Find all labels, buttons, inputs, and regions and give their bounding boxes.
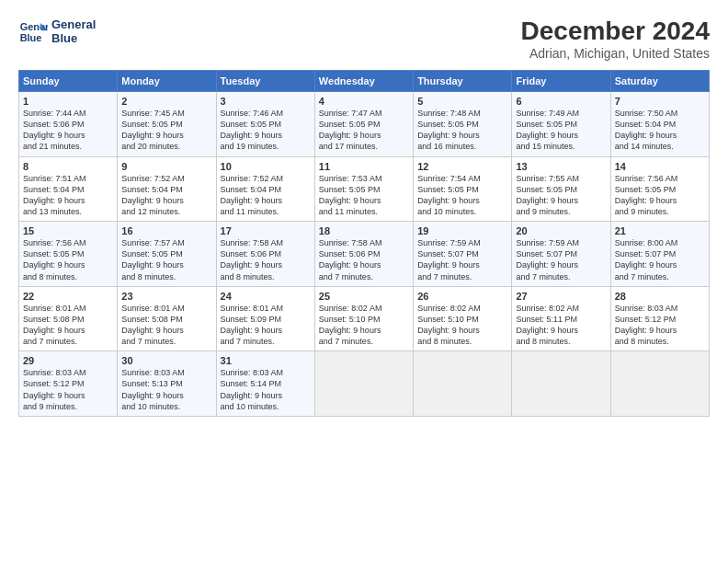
day-info: Sunrise: 7:44 AM Sunset: 5:06 PM Dayligh… [23, 108, 113, 153]
day-cell: 9Sunrise: 7:52 AM Sunset: 5:04 PM Daylig… [118, 156, 216, 222]
svg-text:Blue: Blue [20, 32, 42, 43]
week-row-2: 8Sunrise: 7:51 AM Sunset: 5:04 PM Daylig… [19, 156, 710, 222]
day-cell: 23Sunrise: 8:01 AM Sunset: 5:08 PM Dayli… [118, 286, 216, 351]
day-number: 14 [615, 161, 705, 172]
week-row-1: 1Sunrise: 7:44 AM Sunset: 5:06 PM Daylig… [19, 92, 710, 157]
day-number: 1 [23, 96, 113, 107]
logo-line1: General [51, 17, 96, 31]
day-cell: 17Sunrise: 7:58 AM Sunset: 5:06 PM Dayli… [216, 222, 314, 287]
day-info: Sunrise: 7:57 AM Sunset: 5:05 PM Dayligh… [121, 237, 211, 282]
subtitle: Adrian, Michigan, United States [521, 46, 710, 61]
day-info: Sunrise: 7:51 AM Sunset: 5:04 PM Dayligh… [23, 173, 113, 218]
day-cell: 2Sunrise: 7:45 AM Sunset: 5:05 PM Daylig… [118, 92, 216, 157]
day-info: Sunrise: 8:01 AM Sunset: 5:08 PM Dayligh… [121, 303, 211, 348]
calendar-table: SundayMondayTuesdayWednesdayThursdayFrid… [18, 70, 710, 417]
day-info: Sunrise: 7:56 AM Sunset: 5:05 PM Dayligh… [615, 173, 705, 218]
day-cell [414, 351, 512, 417]
day-cell: 4Sunrise: 7:47 AM Sunset: 5:05 PM Daylig… [314, 92, 413, 157]
day-cell: 31Sunrise: 8:03 AM Sunset: 5:14 PM Dayli… [216, 351, 314, 417]
day-number: 23 [121, 291, 211, 302]
day-number: 27 [516, 291, 606, 302]
day-info: Sunrise: 8:00 AM Sunset: 5:07 PM Dayligh… [615, 237, 705, 282]
day-number: 31 [221, 355, 311, 366]
day-number: 28 [615, 291, 705, 302]
day-number: 17 [221, 225, 311, 236]
week-row-5: 29Sunrise: 8:03 AM Sunset: 5:12 PM Dayli… [19, 351, 710, 417]
day-cell: 19Sunrise: 7:59 AM Sunset: 5:07 PM Dayli… [414, 222, 512, 287]
day-info: Sunrise: 7:50 AM Sunset: 5:04 PM Dayligh… [615, 108, 705, 153]
day-cell: 18Sunrise: 7:58 AM Sunset: 5:06 PM Dayli… [314, 222, 413, 287]
day-info: Sunrise: 7:49 AM Sunset: 5:05 PM Dayligh… [516, 108, 606, 153]
day-cell: 16Sunrise: 7:57 AM Sunset: 5:05 PM Dayli… [118, 222, 216, 287]
day-number: 3 [221, 96, 311, 107]
day-info: Sunrise: 7:59 AM Sunset: 5:07 PM Dayligh… [417, 237, 507, 282]
day-info: Sunrise: 8:03 AM Sunset: 5:13 PM Dayligh… [121, 367, 211, 412]
day-number: 24 [221, 291, 311, 302]
day-number: 11 [319, 161, 409, 172]
day-number: 20 [516, 225, 606, 236]
day-info: Sunrise: 8:03 AM Sunset: 5:12 PM Dayligh… [23, 367, 113, 412]
day-cell: 1Sunrise: 7:44 AM Sunset: 5:06 PM Daylig… [19, 92, 118, 157]
day-number: 21 [615, 225, 705, 236]
col-header-sunday: Sunday [19, 71, 118, 92]
day-number: 22 [23, 291, 113, 302]
day-info: Sunrise: 7:45 AM Sunset: 5:05 PM Dayligh… [121, 108, 211, 153]
day-number: 16 [121, 225, 211, 236]
day-info: Sunrise: 8:02 AM Sunset: 5:10 PM Dayligh… [417, 303, 507, 348]
day-info: Sunrise: 7:46 AM Sunset: 5:05 PM Dayligh… [221, 108, 311, 153]
col-header-thursday: Thursday [414, 71, 512, 92]
day-cell: 14Sunrise: 7:56 AM Sunset: 5:05 PM Dayli… [610, 156, 709, 222]
logo-line2: Blue [51, 31, 96, 45]
main-title: December 2024 [521, 17, 710, 46]
day-number: 13 [516, 161, 606, 172]
week-row-4: 22Sunrise: 8:01 AM Sunset: 5:08 PM Dayli… [19, 286, 710, 351]
day-cell [314, 351, 413, 417]
day-cell: 28Sunrise: 8:03 AM Sunset: 5:12 PM Dayli… [610, 286, 709, 351]
week-row-3: 15Sunrise: 7:56 AM Sunset: 5:05 PM Dayli… [19, 222, 710, 287]
day-number: 19 [417, 225, 507, 236]
day-info: Sunrise: 7:58 AM Sunset: 5:06 PM Dayligh… [221, 237, 311, 282]
day-cell [610, 351, 709, 417]
day-number: 15 [23, 225, 113, 236]
day-number: 26 [417, 291, 507, 302]
page-header: General Blue General Blue December 2024 … [18, 17, 710, 61]
day-info: Sunrise: 8:01 AM Sunset: 5:09 PM Dayligh… [221, 303, 311, 348]
day-number: 18 [319, 225, 409, 236]
day-info: Sunrise: 8:03 AM Sunset: 5:14 PM Dayligh… [221, 367, 311, 412]
day-number: 29 [23, 355, 113, 366]
day-info: Sunrise: 8:02 AM Sunset: 5:10 PM Dayligh… [319, 303, 409, 348]
day-info: Sunrise: 7:52 AM Sunset: 5:04 PM Dayligh… [221, 173, 311, 218]
day-number: 4 [319, 96, 409, 107]
day-cell: 26Sunrise: 8:02 AM Sunset: 5:10 PM Dayli… [414, 286, 512, 351]
day-info: Sunrise: 7:53 AM Sunset: 5:05 PM Dayligh… [319, 173, 409, 218]
logo: General Blue General Blue [18, 17, 96, 46]
day-number: 9 [121, 161, 211, 172]
day-cell: 15Sunrise: 7:56 AM Sunset: 5:05 PM Dayli… [19, 222, 118, 287]
day-cell: 12Sunrise: 7:54 AM Sunset: 5:05 PM Dayli… [414, 156, 512, 222]
day-cell [512, 351, 610, 417]
col-header-wednesday: Wednesday [314, 71, 413, 92]
day-info: Sunrise: 7:47 AM Sunset: 5:05 PM Dayligh… [319, 108, 409, 153]
day-number: 7 [615, 96, 705, 107]
day-cell: 21Sunrise: 8:00 AM Sunset: 5:07 PM Dayli… [610, 222, 709, 287]
day-cell: 24Sunrise: 8:01 AM Sunset: 5:09 PM Dayli… [216, 286, 314, 351]
day-cell: 25Sunrise: 8:02 AM Sunset: 5:10 PM Dayli… [314, 286, 413, 351]
col-header-tuesday: Tuesday [216, 71, 314, 92]
day-number: 6 [516, 96, 606, 107]
day-cell: 22Sunrise: 8:01 AM Sunset: 5:08 PM Dayli… [19, 286, 118, 351]
day-info: Sunrise: 7:56 AM Sunset: 5:05 PM Dayligh… [23, 237, 113, 282]
day-info: Sunrise: 8:01 AM Sunset: 5:08 PM Dayligh… [23, 303, 113, 348]
day-cell: 7Sunrise: 7:50 AM Sunset: 5:04 PM Daylig… [610, 92, 709, 157]
day-info: Sunrise: 7:54 AM Sunset: 5:05 PM Dayligh… [417, 173, 507, 218]
day-info: Sunrise: 7:58 AM Sunset: 5:06 PM Dayligh… [319, 237, 409, 282]
day-cell: 13Sunrise: 7:55 AM Sunset: 5:05 PM Dayli… [512, 156, 610, 222]
day-cell: 8Sunrise: 7:51 AM Sunset: 5:04 PM Daylig… [19, 156, 118, 222]
day-number: 10 [221, 161, 311, 172]
day-cell: 30Sunrise: 8:03 AM Sunset: 5:13 PM Dayli… [118, 351, 216, 417]
day-number: 12 [417, 161, 507, 172]
day-number: 30 [121, 355, 211, 366]
header-row: SundayMondayTuesdayWednesdayThursdayFrid… [19, 71, 710, 92]
day-cell: 29Sunrise: 8:03 AM Sunset: 5:12 PM Dayli… [19, 351, 118, 417]
col-header-saturday: Saturday [610, 71, 709, 92]
day-cell: 5Sunrise: 7:48 AM Sunset: 5:05 PM Daylig… [414, 92, 512, 157]
